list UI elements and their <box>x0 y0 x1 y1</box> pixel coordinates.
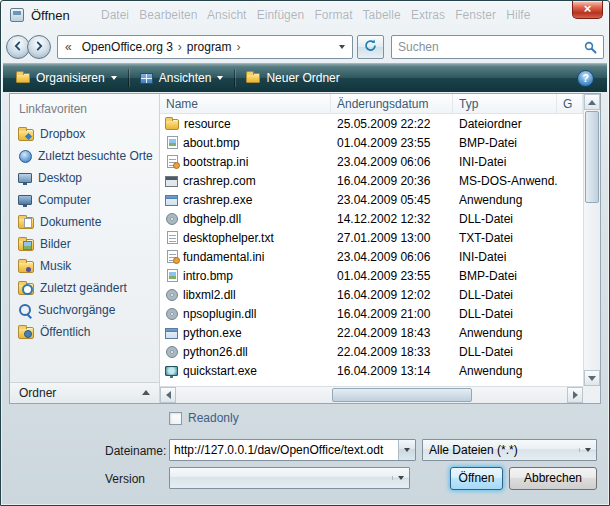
breadcrumb-separator-icon[interactable]: › <box>237 40 241 54</box>
file-name-cell: dbghelp.dll <box>160 212 331 226</box>
sidebar-item[interactable]: Musik <box>10 255 159 277</box>
filename-dropdown-button[interactable] <box>398 440 415 460</box>
folders-expander[interactable]: Ordner <box>10 382 159 403</box>
file-date: 01.04.2009 23:55 <box>331 136 453 150</box>
file-type: Anwendung <box>453 364 557 378</box>
file-row[interactable]: fundamental.ini 23.04.2009 06:06 INI-Dat… <box>160 247 583 266</box>
file-row[interactable]: crashrep.com 16.04.2009 20:36 MS-DOS-Anw… <box>160 171 583 190</box>
file-icon <box>166 346 178 358</box>
sidebar-item-icon <box>18 261 34 273</box>
file-list-pane: Name Änderungsdatum Typ G resource 25.05… <box>160 94 600 403</box>
file-name-cell: crashrep.com <box>160 174 331 188</box>
file-date: 16.04.2009 21:00 <box>331 307 453 321</box>
file-row[interactable]: intro.bmp 01.04.2009 23:55 BMP-Datei <box>160 266 583 285</box>
sidebar-item[interactable]: Desktop <box>10 167 159 189</box>
open-button[interactable]: Öffnen <box>450 467 503 490</box>
sidebar-item[interactable]: Suchvorgänge <box>10 299 159 321</box>
file-name-cell: npsoplugin.dll <box>160 307 331 321</box>
scroll-left-button[interactable] <box>160 387 176 403</box>
column-header-date[interactable]: Änderungsdatum <box>331 94 453 113</box>
version-dropdown-button[interactable] <box>392 476 409 480</box>
file-row[interactable]: python26.dll 22.04.2009 18:33 DLL-Datei <box>160 342 583 361</box>
views-grid-icon <box>140 73 153 84</box>
filename-label: Dateiname: <box>105 444 166 458</box>
close-button[interactable]: × <box>572 1 603 19</box>
scroll-up-button[interactable] <box>584 94 600 110</box>
horizontal-scrollbar[interactable] <box>160 386 583 403</box>
forward-button[interactable] <box>27 35 51 59</box>
column-header-type[interactable]: Typ <box>453 94 557 113</box>
folders-label: Ordner <box>19 386 56 400</box>
vertical-scroll-thumb[interactable] <box>585 111 599 203</box>
search-box[interactable] <box>391 35 604 59</box>
breadcrumb-overflow-chevron[interactable]: « <box>60 40 77 54</box>
file-date: 25.05.2009 22:22 <box>331 117 453 131</box>
chevron-down-icon <box>339 45 345 49</box>
filename-combobox[interactable] <box>169 439 416 461</box>
file-type: BMP-Datei <box>453 269 557 283</box>
triangle-down-icon <box>588 376 596 381</box>
search-input[interactable] <box>392 40 581 54</box>
vertical-scrollbar[interactable] <box>583 94 600 386</box>
column-header-size[interactable]: G <box>557 94 583 113</box>
sidebar-item[interactable]: Öffentlich <box>10 321 159 343</box>
breadcrumb-segment-openoffice[interactable]: OpenOffice.org 3 <box>77 40 178 54</box>
file-icon <box>167 136 178 149</box>
file-date: 23.04.2009 05:45 <box>331 193 453 207</box>
file-row[interactable]: resource 25.05.2009 22:22 Dateiordner <box>160 114 583 133</box>
file-type: BMP-Datei <box>453 136 557 150</box>
scroll-right-button[interactable] <box>567 387 583 403</box>
titlebar[interactable]: Öffnen Datei Bearbeiten Ansicht Einfügen… <box>1 1 609 30</box>
organize-button[interactable]: Organisieren <box>7 66 126 90</box>
help-button[interactable]: ? <box>577 70 594 87</box>
file-row[interactable]: python.exe 22.04.2009 18:43 Anwendung <box>160 323 583 342</box>
column-header-name[interactable]: Name <box>160 94 331 113</box>
file-row[interactable]: libxml2.dll 16.04.2009 12:02 DLL-Datei <box>160 285 583 304</box>
search-icon[interactable] <box>581 41 599 54</box>
file-icon <box>165 119 179 130</box>
views-button[interactable]: Ansichten <box>131 66 233 90</box>
file-name-cell: about.bmp <box>160 136 331 150</box>
address-bar[interactable]: « OpenOffice.org 3 › program › <box>57 35 353 59</box>
file-row[interactable]: bootstrap.ini 23.04.2009 06:06 INI-Datei <box>160 152 583 171</box>
file-name: resource <box>184 117 231 131</box>
file-row[interactable]: dbghelp.dll 14.12.2002 12:32 DLL-Datei <box>160 209 583 228</box>
refresh-button[interactable] <box>357 35 384 59</box>
file-row[interactable]: crashrep.exe 23.04.2009 05:45 Anwendung <box>160 190 583 209</box>
sidebar-item[interactable]: Bilder <box>10 233 159 255</box>
file-type: Anwendung <box>453 193 557 207</box>
filetype-dropdown-button[interactable] <box>579 448 596 452</box>
new-folder-button[interactable]: Neuer Ordner <box>237 66 348 90</box>
horizontal-scroll-thumb[interactable] <box>332 388 472 402</box>
command-toolbar: Organisieren Ansichten Neuer Ordner ? <box>3 63 607 92</box>
breadcrumb-segment-program[interactable]: program <box>182 40 237 54</box>
filename-input[interactable] <box>170 440 398 460</box>
new-folder-label: Neuer Ordner <box>266 71 339 85</box>
file-row[interactable]: desktophelper.txt 27.01.2009 13:00 TXT-D… <box>160 228 583 247</box>
version-select[interactable] <box>169 467 410 489</box>
file-type: INI-Datei <box>453 155 557 169</box>
sidebar-item[interactable]: Dropbox <box>10 123 159 145</box>
filetype-select[interactable]: Alle Dateien (*.*) <box>422 439 597 461</box>
file-row[interactable]: quickstart.exe 16.04.2009 13:14 Anwendun… <box>160 361 583 380</box>
sidebar-item[interactable]: Dokumente <box>10 211 159 233</box>
sidebar-item[interactable]: Computer <box>10 189 159 211</box>
chevron-down-icon <box>111 76 117 80</box>
cancel-button[interactable]: Abbrechen <box>509 467 597 490</box>
views-label: Ansichten <box>159 71 212 85</box>
sidebar-item-label: Computer <box>38 193 91 207</box>
organize-folder-icon <box>16 73 30 83</box>
sidebar-item[interactable]: Zuletzt geändert <box>10 277 159 299</box>
address-dropdown-button[interactable] <box>334 45 350 49</box>
sidebar-item-icon <box>18 195 32 205</box>
file-row[interactable]: npsoplugin.dll 16.04.2009 21:00 DLL-Date… <box>160 304 583 323</box>
readonly-checkbox[interactable] <box>169 412 182 425</box>
sidebar-item-label: Bilder <box>40 237 71 251</box>
file-type: TXT-Datei <box>453 231 557 245</box>
file-name: crashrep.exe <box>183 193 252 207</box>
file-date: 16.04.2009 13:14 <box>331 364 453 378</box>
scroll-down-button[interactable] <box>584 370 600 386</box>
sidebar-item[interactable]: Zuletzt besuchte Orte <box>10 145 159 167</box>
file-row[interactable]: about.bmp 01.04.2009 23:55 BMP-Datei <box>160 133 583 152</box>
sidebar-item-icon <box>18 327 34 339</box>
